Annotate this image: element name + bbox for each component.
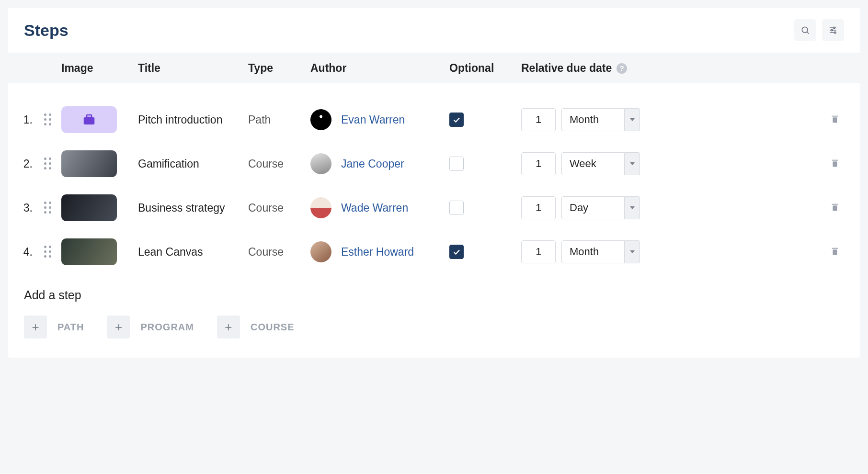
drag-handle[interactable] [34, 113, 61, 126]
author-link[interactable]: Wade Warren [341, 202, 408, 214]
actions-cell [674, 114, 860, 126]
add-course-button[interactable]: + COURSE [217, 316, 295, 339]
chevron-down-icon [630, 206, 635, 209]
add-course-label: COURSE [251, 322, 295, 333]
row-type: Course [248, 246, 310, 259]
row-type: Course [248, 158, 310, 170]
row-number: 1. [8, 113, 34, 126]
table-row: 2. Gamification Course Jane Cooper 1 Wee… [8, 142, 860, 186]
thumbnail [61, 106, 117, 133]
add-step-label: Add a step [24, 288, 844, 302]
author-link[interactable]: Esther Howard [341, 246, 414, 259]
table-body: 1. Pitch introduction Path Evan Warren [8, 83, 860, 274]
thumbnail-cell [61, 238, 138, 265]
search-icon [800, 25, 810, 35]
delete-button[interactable] [830, 246, 840, 258]
svg-rect-10 [832, 115, 838, 116]
table-row: 3. Business strategy Course Wade Warren … [8, 186, 860, 230]
svg-point-3 [834, 27, 835, 28]
optional-cell [449, 245, 521, 259]
thumbnail [61, 150, 117, 177]
delete-button[interactable] [830, 158, 840, 170]
avatar [310, 197, 331, 218]
due-unit-select[interactable]: Week [561, 152, 625, 175]
author-link[interactable]: Jane Cooper [341, 158, 404, 170]
search-button[interactable] [794, 19, 816, 41]
optional-checkbox[interactable] [449, 113, 464, 127]
due-value-input[interactable]: 1 [521, 108, 556, 131]
due-unit-dropdown[interactable] [625, 152, 640, 175]
col-image: Image [61, 62, 138, 75]
due-unit-dropdown[interactable] [625, 240, 640, 263]
col-type: Type [248, 62, 310, 75]
svg-rect-9 [87, 115, 91, 117]
optional-cell [449, 201, 521, 215]
add-step-section: Add a step + PATH + PROGRAM + COURSE [8, 274, 860, 358]
due-date: 1 Month [521, 240, 674, 263]
plus-icon: + [24, 316, 47, 339]
actions-cell [674, 246, 860, 258]
row-author: Jane Cooper [310, 153, 449, 174]
drag-icon [44, 158, 52, 170]
add-program-label: PROGRAM [140, 322, 194, 333]
avatar [310, 109, 331, 130]
row-title: Gamification [138, 158, 248, 170]
svg-line-1 [807, 32, 809, 34]
sliders-icon [828, 25, 838, 35]
thumbnail-cell [61, 150, 138, 177]
svg-rect-14 [832, 203, 838, 204]
plus-icon: + [107, 316, 130, 339]
drag-handle[interactable] [34, 246, 61, 258]
due-value-input[interactable]: 1 [521, 196, 556, 219]
thumbnail-cell [61, 106, 138, 133]
col-due: Relative due date ? [521, 62, 674, 75]
add-path-button[interactable]: + PATH [24, 316, 84, 339]
due-unit-dropdown[interactable] [625, 196, 640, 219]
optional-cell [449, 113, 521, 127]
svg-rect-11 [833, 117, 837, 123]
delete-button[interactable] [830, 114, 840, 126]
optional-cell [449, 157, 521, 171]
svg-rect-17 [833, 249, 837, 255]
help-icon[interactable]: ? [617, 63, 627, 74]
row-number: 2. [8, 158, 34, 170]
row-type: Course [248, 202, 310, 214]
briefcase-icon [82, 113, 96, 127]
actions-cell [674, 158, 860, 170]
due-value-input[interactable]: 1 [521, 152, 556, 175]
due-value-input[interactable]: 1 [521, 240, 556, 263]
drag-icon [44, 246, 52, 258]
check-icon [452, 248, 461, 256]
drag-handle[interactable] [34, 158, 61, 170]
avatar [310, 241, 331, 262]
card-header: Steps [8, 8, 860, 53]
author-link[interactable]: Evan Warren [341, 113, 405, 126]
row-number: 4. [8, 246, 34, 259]
add-program-button[interactable]: + PROGRAM [107, 316, 194, 339]
svg-rect-12 [832, 159, 838, 160]
add-step-buttons: + PATH + PROGRAM + COURSE [24, 316, 844, 339]
due-date: 1 Day [521, 196, 674, 219]
page-title: Steps [24, 21, 69, 40]
chevron-down-icon [630, 118, 635, 121]
due-unit-select[interactable]: Month [561, 108, 625, 131]
due-date: 1 Week [521, 152, 674, 175]
svg-rect-13 [833, 161, 837, 167]
row-title: Business strategy [138, 202, 248, 214]
optional-checkbox[interactable] [449, 157, 464, 171]
svg-point-5 [831, 29, 833, 31]
optional-checkbox[interactable] [449, 245, 464, 259]
due-unit-select[interactable]: Day [561, 196, 625, 219]
drag-icon [44, 202, 52, 214]
drag-handle[interactable] [34, 202, 61, 214]
optional-checkbox[interactable] [449, 201, 464, 215]
svg-rect-15 [833, 205, 837, 211]
due-unit-select[interactable]: Month [561, 240, 625, 263]
due-unit-dropdown[interactable] [625, 108, 640, 131]
add-path-label: PATH [57, 322, 84, 333]
col-title: Title [138, 62, 248, 75]
delete-button[interactable] [830, 202, 840, 214]
thumbnail [61, 238, 117, 265]
row-title: Pitch introduction [138, 113, 248, 126]
filter-button[interactable] [822, 19, 844, 41]
